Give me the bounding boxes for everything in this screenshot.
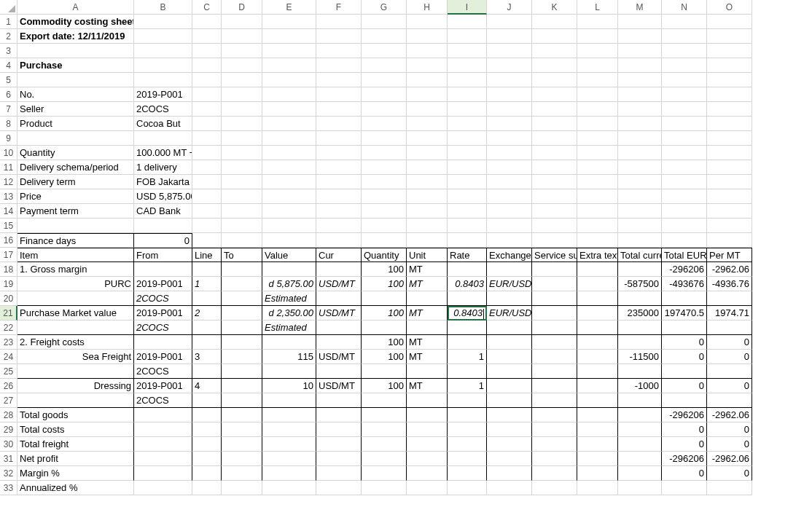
cell-I28[interactable]	[448, 408, 487, 422]
cell-I18[interactable]	[448, 262, 487, 277]
cell-L7[interactable]	[577, 102, 618, 117]
cell-I10[interactable]	[448, 146, 487, 160]
cell-M25[interactable]	[618, 364, 662, 379]
cell-B7[interactable]: 2COCS	[134, 102, 192, 117]
column-header-A[interactable]: A	[17, 0, 134, 15]
cell-A32[interactable]: Margin %	[17, 466, 134, 481]
cell-M7[interactable]	[618, 102, 662, 117]
select-all-corner[interactable]	[0, 0, 17, 15]
cell-A26[interactable]: Dressing	[17, 379, 134, 393]
cell-E24[interactable]: 115	[262, 350, 316, 364]
cell-J20[interactable]	[487, 291, 532, 306]
cell-H26[interactable]: MT	[407, 379, 448, 393]
cell-A27[interactable]	[17, 393, 134, 408]
cell-G13[interactable]	[362, 189, 407, 204]
cell-I4[interactable]	[448, 58, 487, 73]
cell-D9[interactable]	[222, 131, 262, 146]
cell-B28[interactable]	[134, 408, 192, 422]
cell-D7[interactable]	[222, 102, 262, 117]
cell-G24[interactable]: 100	[362, 350, 407, 364]
cell-N22[interactable]	[662, 321, 707, 335]
cell-E16[interactable]	[262, 233, 316, 248]
cell-K32[interactable]	[532, 466, 577, 481]
cell-F22[interactable]	[316, 321, 362, 335]
cell-K2[interactable]	[532, 29, 577, 44]
cell-F20[interactable]	[316, 291, 362, 306]
cell-A28[interactable]: Total goods	[17, 408, 134, 422]
cell-C8[interactable]	[192, 117, 222, 131]
cell-L20[interactable]	[577, 291, 618, 306]
cell-G10[interactable]	[362, 146, 407, 160]
cell-H12[interactable]	[407, 175, 448, 189]
cell-F33[interactable]	[316, 481, 362, 495]
cell-A25[interactable]	[17, 364, 134, 379]
cell-H28[interactable]	[407, 408, 448, 422]
cell-N33[interactable]	[662, 481, 707, 495]
cell-E25[interactable]	[262, 364, 316, 379]
cell-N14[interactable]	[662, 204, 707, 219]
cell-E9[interactable]	[262, 131, 316, 146]
cell-A10[interactable]: Quantity	[17, 146, 134, 160]
cell-K9[interactable]	[532, 131, 577, 146]
cell-I6[interactable]	[448, 87, 487, 102]
cell-L12[interactable]	[577, 175, 618, 189]
cell-B20[interactable]: 2COCS	[134, 291, 192, 306]
cell-L18[interactable]	[577, 262, 618, 277]
cell-G3[interactable]	[362, 44, 407, 58]
cell-B25[interactable]: 2COCS	[134, 364, 192, 379]
cell-D4[interactable]	[222, 58, 262, 73]
cell-K15[interactable]	[532, 219, 577, 233]
cell-B24[interactable]: 2019-P001	[134, 350, 192, 364]
cell-H27[interactable]	[407, 393, 448, 408]
cell-C18[interactable]	[192, 262, 222, 277]
cell-M33[interactable]	[618, 481, 662, 495]
row-header-23[interactable]: 23	[0, 335, 17, 350]
cell-F23[interactable]	[316, 335, 362, 350]
cell-J7[interactable]	[487, 102, 532, 117]
cell-K30[interactable]	[532, 437, 577, 452]
cell-I30[interactable]	[448, 437, 487, 452]
cell-J25[interactable]	[487, 364, 532, 379]
cell-G26[interactable]: 100	[362, 379, 407, 393]
cell-J9[interactable]	[487, 131, 532, 146]
cell-H1[interactable]	[407, 15, 448, 29]
row-header-28[interactable]: 28	[0, 408, 17, 422]
cell-O2[interactable]	[707, 29, 752, 44]
cell-O29[interactable]: 0	[707, 422, 752, 437]
cell-D10[interactable]	[222, 146, 262, 160]
cell-M1[interactable]	[618, 15, 662, 29]
cell-G5[interactable]	[362, 73, 407, 87]
cell-A17[interactable]: Item	[17, 248, 134, 262]
cell-M4[interactable]	[618, 58, 662, 73]
cell-K16[interactable]	[532, 233, 577, 248]
cell-D16[interactable]	[222, 233, 262, 248]
cell-E17[interactable]: Value	[262, 248, 316, 262]
cell-K24[interactable]	[532, 350, 577, 364]
cell-C26[interactable]: 4	[192, 379, 222, 393]
cell-O8[interactable]	[707, 117, 752, 131]
cell-E4[interactable]	[262, 58, 316, 73]
cell-O11[interactable]	[707, 160, 752, 175]
cell-A24[interactable]: Sea Freight	[17, 350, 134, 364]
row-header-1[interactable]: 1	[0, 15, 17, 29]
cell-D1[interactable]	[222, 15, 262, 29]
cell-O3[interactable]	[707, 44, 752, 58]
cell-A16[interactable]: Finance days	[17, 233, 134, 248]
cell-C15[interactable]	[192, 219, 222, 233]
cell-I32[interactable]	[448, 466, 487, 481]
cell-B18[interactable]	[134, 262, 192, 277]
cell-F7[interactable]	[316, 102, 362, 117]
cell-A13[interactable]: Price	[17, 189, 134, 204]
cell-J15[interactable]	[487, 219, 532, 233]
cell-G7[interactable]	[362, 102, 407, 117]
cell-N8[interactable]	[662, 117, 707, 131]
cell-O14[interactable]	[707, 204, 752, 219]
row-header-19[interactable]: 19	[0, 277, 17, 291]
column-header-F[interactable]: F	[316, 0, 362, 15]
cell-L6[interactable]	[577, 87, 618, 102]
cell-E1[interactable]	[262, 15, 316, 29]
cell-N13[interactable]	[662, 189, 707, 204]
cell-J31[interactable]	[487, 452, 532, 466]
cell-K31[interactable]	[532, 452, 577, 466]
cell-C6[interactable]	[192, 87, 222, 102]
